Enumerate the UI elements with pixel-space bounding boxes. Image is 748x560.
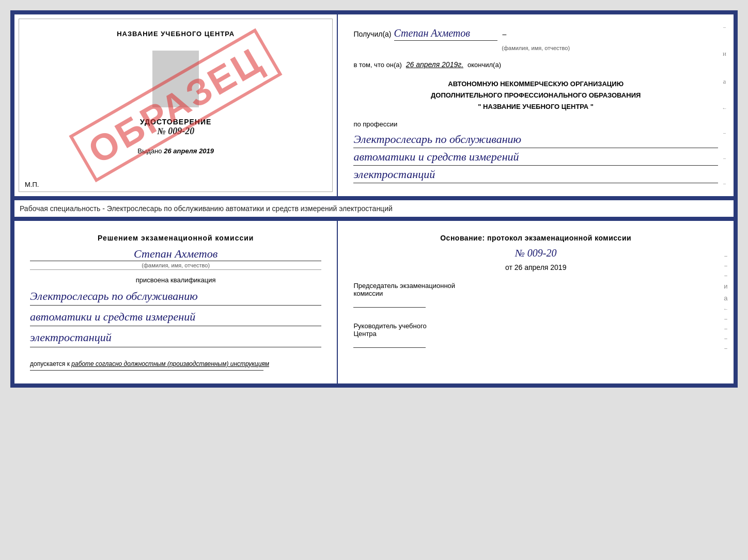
predsedatel-label2: комиссии [353, 290, 718, 297]
side-deco-bottom-right: – – – и а ← – – – – [718, 221, 734, 383]
udostoverenie-block: УДОСТОВЕРЕНИЕ № 009-20 [140, 118, 211, 137]
profession-line1: Электрослесарь по обслуживанию [353, 131, 718, 148]
photo-placeholder [152, 51, 199, 107]
doc-bottom-right-panel: Основание: протокол экзаменационной коми… [338, 221, 734, 383]
vtom-section: в том, что он(а) 26 апреля 2019г. окончи… [353, 59, 718, 71]
predsedatel-sig-line [353, 297, 426, 308]
vydano-date: 26 апреля 2019 [164, 147, 214, 155]
vtom-label: в том, что он(а) [353, 60, 401, 71]
profession-line2: автоматики и средств измерений [353, 148, 718, 166]
kvalif-block: Электрослесарь по обслуживанию автоматик… [30, 287, 321, 347]
vydano-line: Выдано 26 апреля 2019 [137, 147, 214, 155]
rukovoditel-label: Руководитель учебного [353, 322, 718, 330]
prisvoena-label: присвоена квалификация [30, 276, 321, 284]
kvalif-line1: Электрослесарь по обслуживанию [30, 287, 321, 306]
poluchil-label: Получил(a) [353, 30, 391, 38]
rukovoditel-sig-line [353, 338, 426, 348]
kvalif-line2: автоматики и средств измерений [30, 308, 321, 326]
rukovoditel-block: Руководитель учебного Центра [353, 322, 718, 349]
predsedatel-role: Председатель экзаменационной комиссии [353, 282, 718, 309]
document-top: НАЗВАНИЕ УЧЕБНОГО ЦЕНТРА УДОСТОВЕРЕНИЕ №… [10, 10, 738, 200]
doc-top-right-panel: Получил(a) Степан Ахметов – (фамилия, им… [338, 14, 734, 196]
doc-bottom-left-panel: Решением экзаменационной комиссии Степан… [14, 221, 338, 383]
bottom-fio-label: (фамилия, имя, отчество) [30, 262, 321, 270]
ot-label: от [505, 263, 512, 271]
po-professii-label: по профессии [353, 120, 718, 128]
side-deco-top-right: – и а ← – – – [718, 14, 731, 196]
poluchil-line: Получил(a) Степан Ахметов – [353, 27, 718, 41]
bottom-signature-line-left [30, 370, 263, 371]
caption-bar: Рабочая специальность - Электрослесарь п… [10, 200, 738, 217]
profession-block: Электрослесарь по обслуживанию автоматик… [353, 131, 718, 183]
dopuskaetsya-label: допускается к [30, 360, 70, 367]
protocol-num: № 009-20 [353, 247, 718, 259]
doc-top-left-panel: НАЗВАНИЕ УЧЕБНОГО ЦЕНТРА УДОСТОВЕРЕНИЕ №… [14, 14, 338, 196]
fio-label-top: (фамилия, имя, отчество) [353, 45, 718, 51]
rukovoditel-label2: Центра [353, 330, 718, 338]
mp-line: М.П. [25, 181, 39, 188]
predsedatel-label: Председатель экзаменационной [353, 282, 718, 290]
org-line2: ДОПОЛНИТЕЛЬНОГО ПРОФЕССИОНАЛЬНОГО ОБРАЗО… [353, 90, 718, 101]
vtom-date: 26 апреля 2019г. [406, 59, 463, 70]
profession-line3: электростанций [353, 166, 718, 183]
vydano-label: Выдано [137, 147, 162, 155]
document-bottom: Решением экзаменационной комиссии Степан… [10, 217, 738, 388]
poluchil-name: Степан Ахметов [394, 27, 497, 41]
dopuskaetsya-text: работе согласно должностным (производств… [71, 360, 269, 367]
org-line3: " НАЗВАНИЕ УЧЕБНОГО ЦЕНТРА " [353, 101, 718, 113]
dash-after-name: – [503, 30, 507, 38]
caption-text: Рабочая специальность - Электрослесарь п… [20, 204, 393, 213]
rukovoditel-role: Руководитель учебного Центра [353, 322, 718, 349]
ot-date: 26 апреля 2019 [515, 263, 567, 271]
osnov-title: Основание: протокол экзаменационной коми… [353, 234, 718, 242]
okonchill-label: окончил(а) [467, 60, 501, 71]
dopuskaetsya-block: допускается к работе согласно должностны… [30, 360, 321, 367]
udostoverenie-title: УДОСТОВЕРЕНИЕ [140, 118, 211, 126]
osnov-label: Основание: протокол экзаменационной коми… [440, 234, 631, 242]
komissia-title: Решением экзаменационной комиссии [30, 234, 321, 242]
org-line1: АВТОНОМНУЮ НЕКОММЕРЧЕСКУЮ ОРГАНИЗАЦИЮ [353, 78, 718, 90]
predsedatel-block: Председатель экзаменационной комиссии [353, 282, 718, 309]
page-wrapper: НАЗВАНИЕ УЧЕБНОГО ЦЕНТРА УДОСТОВЕРЕНИЕ №… [10, 10, 738, 388]
org-block: АВТОНОМНУЮ НЕКОММЕРЧЕСКУЮ ОРГАНИЗАЦИЮ ДО… [353, 78, 718, 113]
kvalif-line3: электростанций [30, 328, 321, 347]
ot-date-block: от 26 апреля 2019 [353, 263, 718, 271]
bottom-left-name: Степан Ахметов [30, 247, 321, 261]
udostoverenie-num: № 009-20 [140, 126, 211, 137]
top-left-title: НАЗВАНИЕ УЧЕБНОГО ЦЕНТРА [117, 30, 235, 38]
